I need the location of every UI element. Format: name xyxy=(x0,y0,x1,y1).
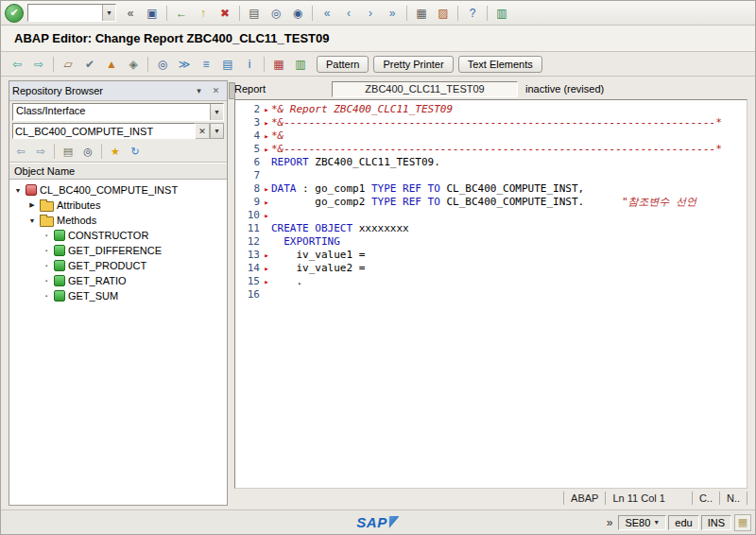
dropdown-icon[interactable]: ▼ xyxy=(653,519,660,526)
previous-object-icon[interactable]: ⇦ xyxy=(11,142,30,161)
forward-icon[interactable]: ⇨ xyxy=(28,54,49,75)
code-editor[interactable]: 2▸*& Report ZBC400_CLC11_TEST093▸*&-----… xyxy=(234,99,747,489)
exit-icon[interactable]: ↑ xyxy=(193,3,214,24)
collapse-icon[interactable]: ▼ xyxy=(13,187,23,194)
check-icon[interactable]: ✔ xyxy=(79,54,100,75)
toolbar-separator xyxy=(406,6,407,21)
last-page-icon[interactable]: » xyxy=(382,3,403,24)
sap-gui: { "window": { "title": "ABAP Editor: Cha… xyxy=(0,0,756,535)
display-change-icon[interactable]: ▱ xyxy=(58,54,78,75)
toolbar-separator xyxy=(101,144,102,159)
toolbar-separator xyxy=(53,57,54,72)
local-layout-icon[interactable]: ▥ xyxy=(491,3,512,24)
find-next-icon[interactable]: ◉ xyxy=(287,3,308,24)
command-dropdown-icon[interactable]: ▼ xyxy=(102,5,115,21)
new-session-icon[interactable]: ▦ xyxy=(411,3,432,24)
back-icon[interactable]: ⇦ xyxy=(7,54,27,75)
sap-window: ✔ ▼ «▣←↑✖▤◎◉«‹›»▦▨?▥ ABAP Editor: Change… xyxy=(0,0,756,535)
modified-line-marker: ▸ xyxy=(262,182,271,196)
create-shortcut-icon[interactable]: ▨ xyxy=(433,3,454,24)
save-icon[interactable]: ▣ xyxy=(142,3,163,24)
cancel-icon[interactable]: ✖ xyxy=(215,3,235,24)
object-list-icon[interactable]: ≡ xyxy=(196,54,216,75)
report-name-field[interactable]: ZBC400_CLC11_TEST09 xyxy=(332,81,518,97)
text-elements-button[interactable]: Text Elements xyxy=(458,56,542,73)
pattern-button[interactable]: Pattern xyxy=(317,56,369,73)
statusbar-expand-icon[interactable]: » xyxy=(604,516,616,529)
page-title: ABAP Editor: Change Report ZBC400_CLC11_… xyxy=(14,31,330,45)
code-line: 12 EXPORTING xyxy=(237,235,747,249)
sap-logo-text: SAP xyxy=(356,514,387,530)
collapse-command-icon[interactable]: « xyxy=(120,3,141,24)
panel-splitter[interactable] xyxy=(228,80,234,506)
first-page-icon[interactable]: « xyxy=(317,3,337,24)
editor-status-segment: N.. xyxy=(719,492,747,505)
line-number: 3 xyxy=(237,116,262,129)
insert-mode-field[interactable]: INS xyxy=(701,515,731,530)
modified-line-marker: ▸ xyxy=(262,129,271,143)
display-list-icon[interactable]: ▥ xyxy=(290,54,311,75)
category-dropdown-icon[interactable]: ▼ xyxy=(210,104,223,120)
object-name-column-header: Object Name xyxy=(9,163,227,180)
refresh-icon[interactable]: ↻ xyxy=(126,142,145,161)
system-field[interactable]: SE80▼ xyxy=(618,515,666,530)
splitter-handle[interactable] xyxy=(229,82,235,99)
display-object-icon[interactable]: ▤ xyxy=(59,142,77,161)
statusbar-right: » SE80▼eduINS ▦ xyxy=(604,514,751,531)
test-icon[interactable]: ◈ xyxy=(123,54,144,75)
next-object-icon[interactable]: ⇨ xyxy=(31,142,50,161)
code-line: 16 xyxy=(237,288,747,302)
tree-item[interactable]: ▪GET_DIFFERENCE xyxy=(9,243,227,258)
line-number: 6 xyxy=(237,156,262,169)
sap-logo: SAP xyxy=(356,514,399,530)
tree-item[interactable]: ▪CONSTRUCTOR xyxy=(9,228,227,243)
command-input[interactable] xyxy=(28,5,102,21)
expand-icon[interactable]: ▶ xyxy=(27,201,37,209)
close-browser-icon[interactable]: ✕ xyxy=(208,83,224,99)
find-icon[interactable]: ◎ xyxy=(78,142,97,161)
modified-line-marker: ▸ xyxy=(262,103,271,116)
command-field[interactable]: ▼ xyxy=(27,4,116,22)
tree-item[interactable]: ▶Attributes xyxy=(9,198,227,213)
navigation-window-icon[interactable]: ▤ xyxy=(217,54,238,75)
object-name-input[interactable] xyxy=(12,123,196,139)
tree-item[interactable]: ▪GET_SUM xyxy=(9,288,227,303)
response-monitor-icon[interactable]: ▦ xyxy=(734,514,751,531)
browser-options-icon[interactable]: ▾ xyxy=(191,83,207,99)
help-icon[interactable]: ? xyxy=(462,3,483,24)
modified-line-marker: ▸ xyxy=(262,196,271,209)
modified-line-marker xyxy=(262,235,271,249)
line-number: 10 xyxy=(237,209,262,222)
toolbar-separator xyxy=(166,6,167,21)
worklist-icon[interactable]: ▦ xyxy=(268,54,289,75)
line-number: 9 xyxy=(237,196,262,209)
code-text: . xyxy=(271,275,302,288)
page-down-icon[interactable]: › xyxy=(360,3,381,24)
tree-leaf-bullet: ▪ xyxy=(42,293,51,299)
page-up-icon[interactable]: ‹ xyxy=(338,3,359,24)
print-icon[interactable]: ▤ xyxy=(244,3,265,24)
browser-category-select[interactable]: Class/Interface ▼ xyxy=(12,103,224,121)
collapse-icon[interactable]: ▼ xyxy=(27,217,37,224)
where-used-icon[interactable]: ≫ xyxy=(174,54,195,75)
activate-icon[interactable]: ▲ xyxy=(101,54,122,75)
app-toolbar-buttons: PatternPretty PrinterText Elements xyxy=(317,56,542,73)
line-number: 7 xyxy=(237,169,262,182)
find-icon[interactable]: ◎ xyxy=(266,3,286,24)
history-dropdown-icon[interactable]: ▼ xyxy=(210,123,224,139)
tree-item[interactable]: ▼CL_BC400_COMPUTE_INST xyxy=(9,182,227,198)
pretty-printer-button[interactable]: Pretty Printer xyxy=(373,56,453,73)
client-field[interactable]: edu xyxy=(668,515,698,530)
info-icon[interactable]: i xyxy=(239,54,260,75)
find-icon[interactable]: ◎ xyxy=(152,54,173,75)
favorites-icon[interactable]: ★ xyxy=(106,142,125,161)
tree-item[interactable]: ▪GET_RATIO xyxy=(9,273,227,288)
clear-icon[interactable]: ✕ xyxy=(196,123,210,139)
back-icon[interactable]: ← xyxy=(171,3,192,24)
editor-status-segment: Ln 11 Col 1 xyxy=(605,492,691,505)
tree-item[interactable]: ▪GET_PRODUCT xyxy=(9,258,227,273)
statusbar-cells: SE80▼eduINS xyxy=(618,515,731,530)
tree-item[interactable]: ▼Methods xyxy=(9,213,227,228)
insert-mode-field-label: INS xyxy=(708,517,725,528)
enter-icon[interactable]: ✔ xyxy=(5,4,24,23)
